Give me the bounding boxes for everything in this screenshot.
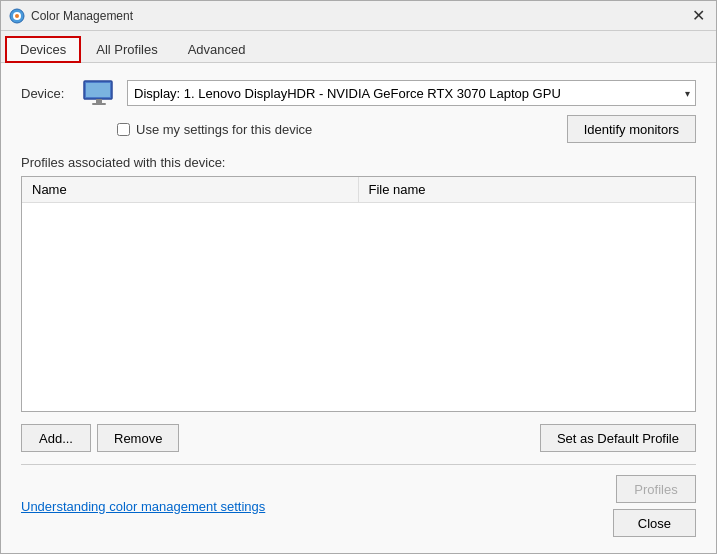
tab-advanced[interactable]: Advanced [173,36,261,63]
add-remove-group: Add... Remove [21,424,179,452]
set-default-button[interactable]: Set as Default Profile [540,424,696,452]
svg-rect-5 [96,99,102,103]
table-header: Name File name [22,177,695,203]
tab-bar: Devices All Profiles Advanced [1,31,716,63]
title-bar-left: Color Management [9,8,133,24]
device-select[interactable]: Display: 1. Lenovo DisplayHDR - NVIDIA G… [127,80,696,106]
remove-button[interactable]: Remove [97,424,179,452]
bottom-buttons: Add... Remove Set as Default Profile [21,424,696,452]
profiles-button[interactable]: Profiles [616,475,696,503]
footer-right: Profiles Close [613,475,696,537]
use-my-settings-checkbox[interactable] [117,123,130,136]
svg-point-2 [15,14,19,18]
footer: Understanding color management settings … [21,475,696,537]
svg-rect-4 [86,83,110,97]
main-content: Device: Display: 1. Lenovo DisplayHDR - … [1,63,716,553]
device-select-wrapper: Display: 1. Lenovo DisplayHDR - NVIDIA G… [127,80,696,106]
title-bar: Color Management ✕ [1,1,716,31]
understanding-link[interactable]: Understanding color management settings [21,499,265,514]
close-button[interactable]: Close [613,509,696,537]
device-label: Device: [21,86,71,101]
window-title: Color Management [31,9,133,23]
svg-rect-6 [92,103,106,105]
use-my-settings-label: Use my settings for this device [136,122,312,137]
divider [21,464,696,465]
app-icon [9,8,25,24]
device-row: Device: Display: 1. Lenovo DisplayHDR - … [21,79,696,107]
add-button[interactable]: Add... [21,424,91,452]
color-management-window: Color Management ✕ Devices All Profiles … [0,0,717,554]
tab-devices[interactable]: Devices [5,36,81,63]
table-body [22,203,695,411]
identify-monitors-button[interactable]: Identify monitors [567,115,696,143]
profiles-associated-label: Profiles associated with this device: [21,155,696,170]
profiles-table: Name File name [21,176,696,412]
table-header-name: Name [22,177,359,202]
tab-all-profiles[interactable]: All Profiles [81,36,172,63]
table-header-filename: File name [359,177,696,202]
device-controls-row: Use my settings for this device Identify… [117,115,696,143]
checkbox-row: Use my settings for this device [117,122,312,137]
close-window-button[interactable]: ✕ [688,6,708,26]
monitor-icon [81,79,117,107]
